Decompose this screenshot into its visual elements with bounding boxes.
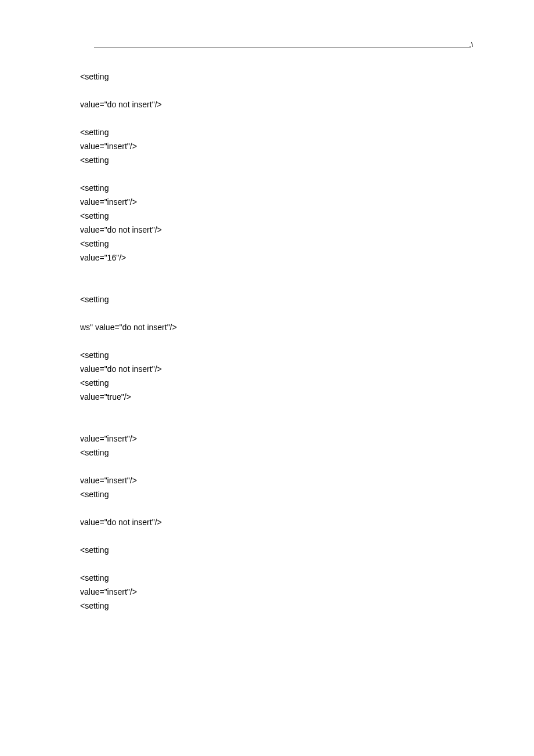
code-line	[80, 557, 453, 571]
code-line: <setting	[80, 70, 453, 84]
code-line: value="16"/>	[80, 251, 453, 265]
code-line	[80, 167, 453, 181]
code-line: <setting	[80, 237, 453, 251]
code-line	[80, 111, 453, 125]
code-line: <setting	[80, 446, 453, 460]
code-line: value="insert"/>	[80, 473, 453, 487]
code-line: <setting	[80, 153, 453, 167]
code-line	[80, 306, 453, 320]
document-content: <setting value="do not insert"/> <settin…	[80, 70, 453, 613]
code-line: value="do not insert"/>	[80, 362, 453, 376]
code-line: <setting	[80, 571, 453, 585]
code-line	[80, 334, 453, 348]
code-line	[80, 529, 453, 543]
code-line	[80, 84, 453, 97]
code-line: <setting	[80, 292, 453, 306]
code-line: value="insert"/>	[80, 195, 453, 209]
code-line: ws" value="do not insert"/>	[80, 320, 453, 334]
code-line: <setting	[80, 181, 453, 195]
code-line: value="do not insert"/>	[80, 223, 453, 237]
code-line: <setting	[80, 543, 453, 557]
code-line	[80, 404, 453, 418]
header-divider	[94, 46, 471, 48]
code-line	[80, 418, 453, 432]
code-line	[80, 265, 453, 278]
code-line: value="insert"/>	[80, 139, 453, 153]
code-line: value="insert"/>	[80, 432, 453, 446]
code-line	[80, 501, 453, 515]
code-line: <setting	[80, 599, 453, 613]
code-line: <setting	[80, 376, 453, 390]
code-line: <setting	[80, 125, 453, 139]
code-line: <setting	[80, 348, 453, 362]
code-line: value="insert"/>	[80, 585, 453, 599]
code-line: <setting	[80, 209, 453, 223]
code-line: value="true"/>	[80, 390, 453, 404]
code-line: value="do not insert"/>	[80, 515, 453, 529]
code-line: value="do not insert"/>	[80, 97, 453, 111]
code-line: <setting	[80, 487, 453, 501]
code-line	[80, 278, 453, 292]
code-line	[80, 460, 453, 473]
